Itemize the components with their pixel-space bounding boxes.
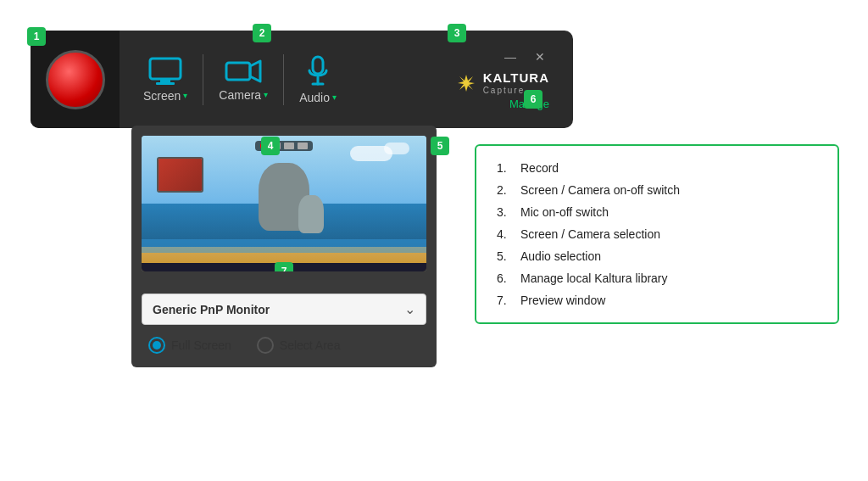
info-num: 7. (497, 294, 514, 307)
list-item: 1. Record (497, 161, 817, 175)
list-item: 6. Manage local Kaltura library (497, 271, 817, 285)
record-button[interactable] (46, 50, 105, 109)
preview-rock2 (298, 195, 324, 233)
list-item: 5. Audio selection (497, 249, 817, 263)
preview-window: 7 (142, 136, 426, 271)
svg-rect-5 (313, 57, 323, 74)
minimize-button[interactable]: — (500, 48, 520, 65)
info-list: 1. Record 2. Screen / Camera on-off swit… (497, 161, 817, 307)
window-controls: — ✕ (500, 48, 549, 65)
info-num: 2. (497, 183, 514, 197)
badge-2: 2 (253, 24, 271, 42)
info-num: 4. (497, 227, 514, 241)
info-text: Manage local Kaltura library (520, 271, 668, 285)
monitor-select-text: Generic PnP Monitor (153, 303, 270, 316)
kaltura-name: KALTURA (483, 71, 549, 86)
camera-icon (225, 58, 262, 85)
full-screen-label: Full Screen (171, 338, 231, 352)
svg-rect-2 (156, 82, 175, 85)
screen-label: Screen (143, 89, 181, 103)
dropdown-panel: 7 Generic PnP Monitor ⌄ Full Screen Sele… (131, 126, 437, 367)
preview-water-low (142, 239, 426, 253)
close-button[interactable]: ✕ (531, 48, 549, 65)
list-item: 3. Mic on-off switch (497, 205, 817, 219)
screen-icon (148, 57, 182, 86)
badge-5: 5 (431, 137, 449, 155)
svg-marker-9 (460, 77, 472, 89)
svg-rect-1 (160, 79, 170, 82)
screen-control[interactable]: Screen ▾ (128, 57, 203, 103)
kaltura-starburst-icon (453, 70, 479, 96)
camera-label: Camera (219, 88, 261, 102)
info-text: Screen / Camera selection (520, 227, 660, 241)
toolbar-icon-2 (284, 143, 294, 149)
badge-4: 4 (261, 137, 280, 155)
radio-outer-full (148, 337, 165, 354)
radio-inner-full (153, 341, 161, 350)
info-text: Mic on-off switch (520, 205, 609, 219)
monitor-select[interactable]: Generic PnP Monitor ⌄ (142, 294, 426, 325)
svg-rect-3 (226, 63, 250, 80)
mic-icon (306, 55, 330, 87)
full-screen-radio[interactable]: Full Screen (148, 337, 231, 354)
monitor-chevron-icon: ⌄ (404, 301, 415, 317)
audio-chevron: ▾ (332, 92, 337, 102)
preview-cam-inner (159, 159, 202, 191)
list-item: 2. Screen / Camera on-off switch (497, 183, 817, 197)
radio-row: Full Screen Select Area (142, 333, 426, 357)
info-num: 6. (497, 271, 514, 285)
info-text: Audio selection (520, 249, 601, 263)
audio-label: Audio (299, 91, 330, 104)
svg-rect-0 (150, 59, 181, 79)
radio-outer-area (257, 337, 274, 354)
select-area-radio[interactable]: Select Area (257, 337, 341, 354)
info-num: 3. (497, 205, 514, 219)
list-item: 4. Screen / Camera selection (497, 227, 817, 241)
info-text: Screen / Camera on-off switch (520, 183, 680, 197)
info-text: Preview window (520, 294, 605, 307)
screen-chevron: ▾ (183, 91, 187, 100)
list-item: 7. Preview window (497, 294, 817, 307)
badge-7: 7 (275, 262, 293, 271)
preview-cam (157, 157, 203, 193)
toolbar-icon-3 (298, 143, 308, 149)
info-text: Record (520, 161, 559, 175)
select-area-label: Select Area (280, 338, 341, 352)
badge-6: 6 (524, 90, 542, 109)
top-bar: Screen ▾ Camera ▾ (31, 31, 573, 128)
info-num: 5. (497, 249, 514, 263)
badge-1: 1 (27, 27, 46, 46)
info-num: 1. (497, 161, 514, 175)
svg-marker-4 (250, 61, 260, 81)
monitor-select-wrapper: Generic PnP Monitor ⌄ (142, 290, 426, 325)
audio-control[interactable]: Audio ▾ (284, 55, 352, 104)
camera-control[interactable]: Camera ▾ (203, 58, 283, 102)
info-box: 1. Record 2. Screen / Camera on-off swit… (475, 144, 839, 324)
camera-chevron: ▾ (264, 90, 268, 99)
preview-cloud2 (384, 143, 409, 154)
badge-3: 3 (448, 24, 466, 42)
